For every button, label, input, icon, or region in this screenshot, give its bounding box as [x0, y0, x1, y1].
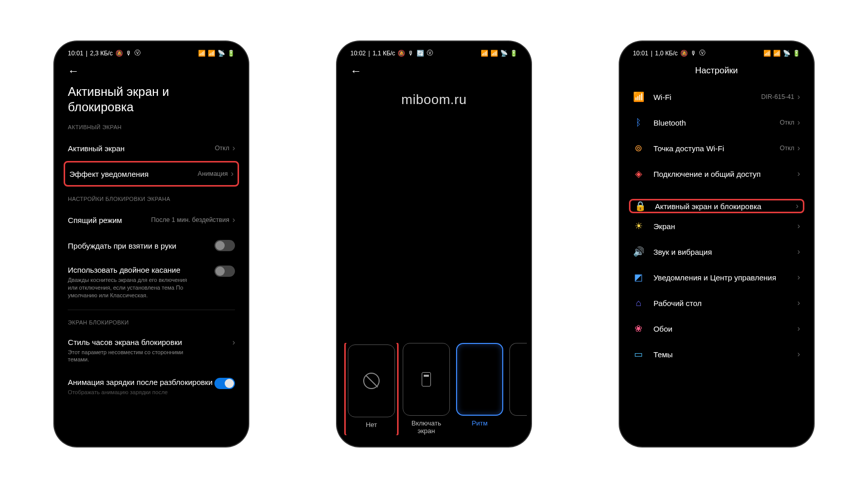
speaker-icon: 🔊 [633, 246, 644, 257]
mic-icon: 🎙 [408, 50, 414, 57]
dnd-icon: 🔕 [680, 50, 688, 57]
toggle-charging-animation[interactable] [214, 378, 235, 389]
row-label: Wi-Fi [654, 93, 761, 101]
chevron-right-icon: › [797, 247, 800, 256]
sun-icon: ☀ [633, 220, 644, 232]
screen-effect-picker: 10:02 | 1,1 КБ/с 🔕 🎙 🔄 ⓥ 📶 📶 📡 🔋 ← miboo… [341, 46, 527, 442]
lock-icon: 🔒 [635, 200, 646, 212]
row-label: Активный экран и блокировка [655, 202, 796, 211]
chevron-right-icon: › [797, 273, 800, 282]
dnd-icon: 🔕 [115, 50, 123, 57]
viber-icon: ⓥ [699, 49, 705, 57]
section-lock-settings: НАСТРОЙКИ БЛОКИРОВКИ ЭКРАНА [68, 196, 235, 202]
signal-icon-2: 📶 [773, 50, 781, 57]
chevron-right-icon: › [232, 144, 235, 153]
effect-tray: Нет Включать экран Ритм [341, 343, 527, 435]
effect-label: Нет [366, 421, 377, 429]
divider [68, 310, 235, 310]
row-value: Анимация [198, 170, 228, 177]
effect-preview-rhythm [456, 343, 503, 416]
row-label: Экран [654, 222, 798, 231]
screen-aod-settings: 10:01 | 2,3 КБ/с 🔕 🎙 ⓥ 📶 📶 📡 🔋 ← Активны… [58, 46, 244, 442]
section-lockscreen: ЭКРАН БЛОКИРОВКИ [68, 319, 235, 326]
wifi-icon: 📡 [783, 50, 791, 57]
row-sleep-mode[interactable]: Спящий режим После 1 мин. бездействия › [68, 207, 235, 233]
row-hotspot[interactable]: ⊚ Точка доступа Wi-Fi Откл › [633, 135, 800, 161]
row-connection-sharing[interactable]: ◈ Подключение и общий доступ › [633, 161, 800, 187]
wifi-icon: 📶 [633, 91, 644, 103]
signal-icon: 📶 [198, 50, 206, 57]
screen-settings: 10:01 | 1,0 КБ/с 🔕 🎙 ⓥ 📶 📶 📡 🔋 Настройки… [624, 46, 810, 442]
page-title: Настройки [633, 59, 800, 84]
row-sound[interactable]: 🔊 Звук и вибрация › [633, 239, 800, 265]
row-label: Звук и вибрация [654, 248, 798, 256]
phone-2: 10:02 | 1,1 КБ/с 🔕 🎙 🔄 ⓥ 📶 📶 📡 🔋 ← miboo… [337, 42, 531, 446]
share-icon: ◈ [633, 168, 644, 179]
hotspot-icon: ⊚ [633, 143, 644, 154]
signal-icon-2: 📶 [208, 50, 215, 57]
row-label: Темы [654, 350, 798, 359]
status-bar: 10:02 | 1,1 КБ/с 🔕 🎙 🔄 ⓥ 📶 📶 📡 🔋 [341, 46, 527, 59]
row-notifications[interactable]: ◩ Уведомления и Центр управления › [633, 265, 800, 290]
row-double-tap[interactable]: Использовать двойное касание Дважды косн… [68, 258, 235, 307]
effect-tile-partial[interactable] [509, 343, 527, 435]
row-bluetooth[interactable]: ᛒ Bluetooth Откл › [633, 110, 800, 135]
viber-icon: ⓥ [134, 49, 141, 57]
effect-label: Включать экран [403, 420, 450, 435]
dnd-icon: 🔕 [398, 50, 405, 57]
mic-icon: 🎙 [691, 50, 697, 57]
row-label: Bluetooth [654, 118, 780, 127]
chevron-right-icon: › [231, 169, 233, 178]
row-wallpaper[interactable]: ❀ Обои › [633, 316, 800, 341]
row-active-screen[interactable]: Активный экран Откл › [68, 135, 235, 161]
row-charging-animation[interactable]: Анимация зарядки после разблокировки Ото… [68, 371, 235, 396]
row-label: Стиль часов экрана блокировки [68, 338, 191, 347]
row-value: Откл [780, 145, 794, 152]
watermark: miboom.ru [341, 92, 527, 108]
chevron-right-icon: › [797, 350, 800, 359]
notifications-icon: ◩ [633, 272, 644, 283]
viber-icon: ⓥ [427, 49, 433, 57]
effect-tile-wake-screen[interactable]: Включать экран [403, 343, 450, 435]
chevron-right-icon: › [797, 144, 800, 153]
row-display[interactable]: ☀ Экран › [633, 213, 800, 239]
status-speed: 1,1 КБ/с [372, 50, 395, 57]
effect-tile-rhythm[interactable]: Ритм [456, 343, 503, 435]
row-desktop[interactable]: ⌂ Рабочий стол › [633, 290, 800, 316]
effect-tile-none[interactable]: Нет [344, 343, 399, 435]
chevron-right-icon: › [797, 118, 800, 127]
chevron-right-icon: › [797, 324, 800, 333]
chevron-right-icon: › [797, 169, 800, 178]
none-icon [363, 373, 380, 389]
spacer [633, 187, 800, 199]
row-label: Уведомления и Центр управления [654, 273, 798, 282]
status-bar: 10:01 | 2,3 КБ/с 🔕 🎙 ⓥ 📶 📶 📡 🔋 [58, 46, 244, 59]
row-wifi[interactable]: 📶 Wi-Fi DIR-615-41 › [633, 84, 800, 110]
row-value: Откл [780, 119, 794, 126]
row-themes[interactable]: ▭ Темы › [633, 341, 800, 367]
row-clock-style[interactable]: Стиль часов экрана блокировки Этот парам… [68, 331, 235, 371]
row-label: Анимация зарядки после разблокировки [68, 378, 212, 387]
battery-icon: 🔋 [227, 50, 235, 57]
status-time: 10:01 [68, 50, 83, 57]
battery-icon: 🔋 [793, 50, 800, 57]
wifi-icon: 📡 [500, 50, 508, 57]
back-button[interactable]: ← [350, 59, 518, 84]
row-value: DIR-615-41 [761, 93, 795, 100]
toggle-double-tap[interactable] [214, 266, 235, 277]
row-label: Спящий режим [68, 216, 122, 225]
wallpaper-icon: ❀ [633, 323, 644, 334]
toggle-lift-to-wake[interactable] [214, 240, 235, 251]
row-lift-to-wake[interactable]: Пробуждать при взятии в руки [68, 233, 235, 258]
row-label: Обои [654, 324, 798, 333]
row-label: Использовать двойное касание [68, 266, 191, 274]
row-notification-effect[interactable]: Эффект уведомления Анимация › [64, 161, 239, 187]
row-aod-lock[interactable]: 🔒 Активный экран и блокировка › [629, 199, 804, 213]
row-label: Точка доступа Wi-Fi [654, 144, 780, 153]
signal-icon: 📶 [481, 50, 488, 57]
home-icon: ⌂ [633, 297, 644, 309]
status-time: 10:01 [633, 50, 648, 57]
row-subtitle: Отображать анимацию зарядки после [68, 389, 191, 396]
back-button[interactable]: ← [68, 59, 235, 84]
effect-preview-none [348, 344, 395, 417]
